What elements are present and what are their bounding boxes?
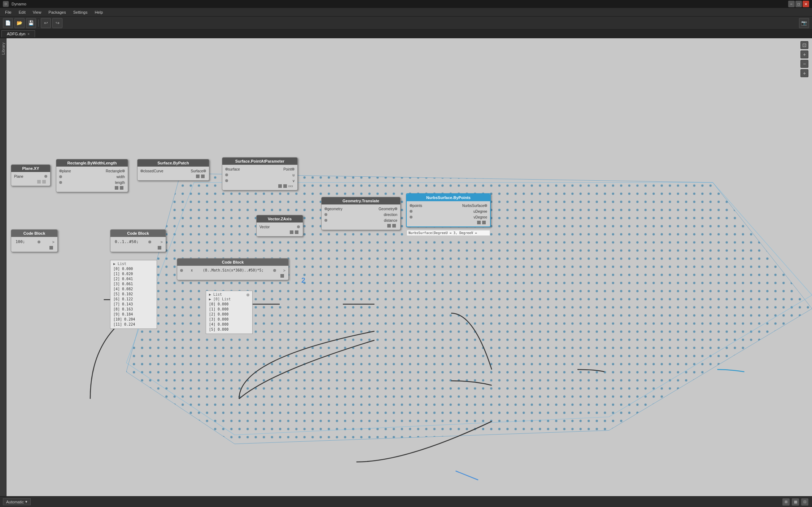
zoom-out-button[interactable]: − [800, 60, 808, 68]
node-code-block-sin[interactable]: Code Block x (0..Math.Sin(x*360)..#50)*5… [177, 258, 289, 280]
fit-view-button[interactable]: ⊡ [800, 41, 808, 49]
port-width-dot[interactable] [59, 175, 62, 178]
menu-settings[interactable]: Settings [70, 9, 91, 15]
auto-dropdown[interactable]: Automatic ▾ [3, 498, 31, 505]
grid-icon[interactable]: ▦ [792, 498, 799, 506]
ns-preview-icon[interactable] [482, 221, 486, 224]
preview-icon[interactable] [42, 180, 46, 184]
freeze-icon[interactable] [37, 180, 41, 184]
node-rectangle-body: plane Rectangle width length [56, 167, 128, 192]
port-u-dot[interactable] [225, 173, 228, 176]
node-surface-pointatparam[interactable]: Surface.PointAtParameter surface Point u… [222, 157, 298, 190]
node-vector-zaxis[interactable]: Vector.ZAxis Vector [256, 215, 303, 237]
code-range-out-dot[interactable] [148, 241, 151, 243]
redo-button[interactable]: ↪ [52, 18, 62, 28]
sp-preview-icon[interactable] [283, 184, 287, 188]
sb-preview-icon[interactable] [201, 175, 205, 178]
save-button[interactable]: 💾 [26, 18, 36, 28]
node-code-block-range[interactable]: Code Block 0..1..#50; > [110, 229, 166, 252]
code-block-sin-header: Code Block [177, 259, 288, 266]
sb-freeze-icon[interactable] [196, 175, 200, 178]
menu-file[interactable]: File [1, 9, 15, 15]
cbsin-freeze-icon[interactable] [280, 274, 284, 278]
zoom-in-button[interactable]: + [800, 50, 808, 58]
port-length-dot[interactable] [59, 181, 62, 184]
port-direction-dot[interactable] [324, 213, 327, 216]
port-plane-in-dot[interactable] [59, 169, 62, 172]
node-plane-xy[interactable]: Plane.XY Plane [11, 164, 51, 186]
menu-packages[interactable]: Packages [45, 9, 69, 15]
port-vector-out-dot[interactable] [297, 225, 300, 228]
gt-preview-icon[interactable] [392, 224, 396, 228]
library-sidebar[interactable]: Library [0, 38, 6, 507]
port-surface-in-dot[interactable] [225, 168, 228, 171]
output-list-2-item-4: [4] 0.000 [209, 322, 249, 327]
vz-freeze-icon[interactable] [290, 230, 293, 234]
port-geometry-out-label: Geometry [379, 207, 394, 211]
zoom-reset-button[interactable]: + [800, 69, 808, 77]
layout-icon[interactable]: ⊡ [801, 498, 808, 506]
port-points-in-label: points [412, 204, 422, 208]
port-geometry-in-dot[interactable] [324, 207, 327, 210]
port-v-dot[interactable] [225, 179, 228, 182]
canvas-area[interactable]: Library ⊡ + − + [0, 38, 812, 507]
port-plane-dot[interactable] [44, 175, 47, 178]
ns-freeze-icon[interactable] [477, 221, 481, 224]
node-surface-bypatch[interactable]: Surface.ByPatch closedCurve Surface [137, 159, 209, 181]
open-button[interactable]: 📂 [14, 18, 25, 28]
port-distance-label: distance [384, 219, 397, 222]
menu-help[interactable]: Help [91, 9, 106, 15]
undo-button[interactable]: ↩ [41, 18, 51, 28]
code-sin-out-dot[interactable] [273, 269, 276, 272]
port-udegree-label: uDegree [473, 210, 487, 213]
rect-freeze-icon[interactable] [115, 186, 118, 190]
node-geometry-translate[interactable]: Geometry.Translate geometry Geometry dir… [321, 197, 401, 230]
output-list-1-item-10: [10] 0.204 [113, 317, 154, 322]
close-button[interactable]: ✕ [803, 1, 809, 7]
port-rect-out-dot[interactable] [122, 169, 125, 172]
output-list-2-item-5: [5] 0.000 [209, 327, 249, 332]
titlebar-controls[interactable]: − □ ✕ [788, 1, 809, 7]
maximize-button[interactable]: □ [795, 1, 802, 7]
output-list-2-header: ▶ List [209, 292, 222, 296]
port-vdegree-dot[interactable] [410, 216, 412, 219]
port-nurbs-out-dot[interactable] [484, 204, 487, 207]
new-button[interactable]: 📄 [3, 18, 13, 28]
code-100-out-dot[interactable] [38, 241, 40, 243]
vz-preview-icon[interactable] [295, 230, 298, 234]
output-list-1-item-9: [9] 0.184 [113, 312, 154, 317]
port-distance-dot[interactable] [324, 219, 327, 222]
tab-adfg[interactable]: ADFG.dyn × [1, 30, 35, 37]
sp-freeze-icon[interactable] [278, 184, 282, 188]
background-preview-icon[interactable]: ⊞ [782, 498, 790, 506]
node-nurbs-header: NurbsSurface.ByPoints [407, 194, 490, 201]
minimize-button[interactable]: − [788, 1, 795, 7]
output-list-2-subheader: ▶ [0] List [209, 297, 249, 301]
node-code-block-100[interactable]: Code Block 100; > [11, 229, 58, 252]
screenshot-button[interactable]: 📷 [799, 18, 809, 28]
node-plane-xy-header: Plane.XY [11, 165, 50, 172]
port-udegree-dot[interactable] [410, 210, 412, 213]
node-surface-pointatparam-header: Surface.PointAtParameter [222, 158, 297, 165]
code-sin-x-dot[interactable] [180, 269, 183, 272]
port-points-in-dot[interactable] [410, 204, 412, 207]
tab-close-icon[interactable]: × [27, 32, 30, 36]
menubar: File Edit View Packages Settings Help [0, 8, 812, 17]
node-nurbs-surface[interactable]: NurbsSurface.ByPoints points NurbsSurfac… [406, 193, 491, 227]
port-direction-label: direction [384, 213, 397, 217]
cbrange-freeze-icon[interactable] [158, 246, 161, 250]
cb100-freeze-icon[interactable] [49, 246, 53, 250]
port-point-out-dot[interactable] [292, 168, 294, 171]
output-list-1-item-4: [4] 0.082 [113, 287, 154, 292]
port-surface-out-label: Surface [191, 169, 203, 173]
node-rectangle[interactable]: Rectangle.ByWidthLength plane Rectangle … [56, 159, 128, 192]
port-closedcurve-dot[interactable] [140, 169, 143, 172]
gt-freeze-icon[interactable] [387, 224, 391, 228]
node-geometry-translate-header: Geometry.Translate [322, 197, 400, 204]
menu-view[interactable]: View [29, 9, 45, 15]
port-geometry-out-dot[interactable] [394, 207, 397, 210]
port-surface-out-dot[interactable] [203, 169, 206, 172]
rect-preview-icon[interactable] [120, 186, 123, 190]
zoom-controls: ⊡ + − + [800, 41, 808, 77]
menu-edit[interactable]: Edit [15, 9, 29, 15]
